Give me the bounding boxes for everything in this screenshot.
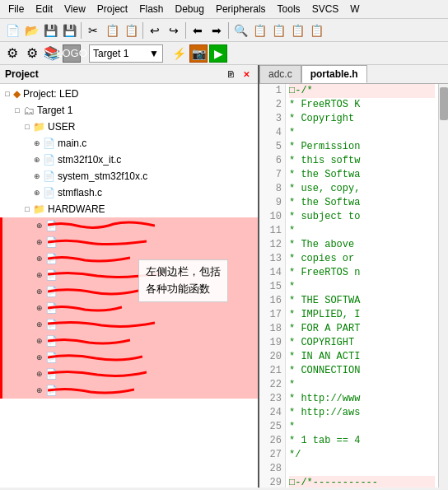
menu-bar: File Edit View Project Flash Debug Perip… — [0, 0, 448, 19]
scribble-svg — [48, 334, 130, 346]
tree-file-hw2[interactable]: ⊕ 📄 — [0, 234, 258, 250]
tab-portable[interactable]: portable.h — [301, 65, 367, 83]
menu-flash[interactable]: Flash — [134, 2, 168, 16]
tree-file-hw3[interactable]: ⊕ 📄 — [0, 250, 258, 267]
code-area[interactable]: 1234567891011121314151617181920212223242… — [259, 84, 448, 488]
expand-icon: □ — [21, 202, 33, 217]
menu-svcs[interactable]: SVCS — [307, 2, 344, 16]
scribble-svg — [48, 219, 155, 231]
panel-header-icons: 🖹 ✕ — [224, 68, 253, 81]
search-button[interactable]: 🔍 — [231, 21, 250, 40]
tree-file-hw1[interactable]: ⊕ 📄 — [0, 217, 258, 234]
scribble-svg — [48, 384, 134, 395]
scroll-thumb[interactable] — [440, 87, 448, 120]
pin-panel-button[interactable]: 🖹 — [224, 68, 237, 81]
tree-file-stmflash[interactable]: ⊕ 📄 stmflash.c — [0, 184, 258, 201]
project-icon: ◆ — [13, 86, 21, 101]
close-panel-button[interactable]: ✕ — [240, 68, 253, 81]
tree-label: system_stm32f10x.c — [58, 169, 147, 184]
scribble-svg — [48, 285, 138, 296]
expand-icon: □ — [12, 103, 23, 118]
menu-peripherals[interactable]: Peripherals — [211, 2, 271, 16]
tab-adcc[interactable]: adc.c — [259, 65, 301, 83]
expand-icon: ⊕ — [34, 366, 45, 381]
redo-button[interactable]: ↪ — [165, 21, 183, 40]
package-btn[interactable]: LOGO — [63, 44, 81, 63]
target-label: Target 1 — [93, 48, 128, 59]
tree-file-hw9[interactable]: ⊕ 📄 — [0, 349, 258, 366]
tree-project-led[interactable]: □ ◆ Project: LED — [0, 86, 258, 102]
menu-w[interactable]: W — [345, 2, 364, 16]
camera-btn[interactable]: 📷 — [189, 44, 208, 63]
menu-view[interactable]: View — [59, 2, 91, 16]
expand-icon: ⊕ — [34, 251, 45, 266]
menu-project[interactable]: Project — [92, 2, 133, 16]
tree-label: main.c — [58, 136, 86, 151]
copy-button[interactable]: 📋 — [103, 21, 121, 40]
tree-container[interactable]: □ ◆ Project: LED □ 🗂 Target 1 □ 📁 USER — [0, 84, 258, 488]
pin-button[interactable]: 📋 — [307, 21, 325, 40]
tree-label: Target 1 — [37, 103, 72, 118]
scribble-svg — [48, 301, 122, 313]
tree-file-hw10[interactable]: ⊕ 📄 — [0, 366, 258, 382]
expand-icon: ⊕ — [34, 268, 45, 282]
paste-button[interactable]: 📋 — [122, 21, 140, 40]
dropdown-arrow-icon: ▼ — [149, 48, 159, 59]
tree-user-folder[interactable]: □ 📁 USER — [0, 119, 258, 135]
code-panel: adc.c portable.h 12345678910111213141516… — [259, 65, 448, 488]
tree-file-hw11[interactable]: ⊕ 📄 — [0, 382, 258, 399]
settings-btn2[interactable]: ⚙ — [23, 44, 41, 63]
file-icon: 📄 — [43, 136, 55, 151]
scribble-svg — [48, 318, 155, 329]
scribble-svg — [48, 351, 142, 362]
tree-file-hw7[interactable]: ⊕ 📄 — [0, 316, 258, 333]
tree-file-hw6[interactable]: ⊕ 📄 — [0, 300, 258, 316]
tree-file-mainc[interactable]: ⊕ 📄 main.c — [0, 135, 258, 152]
settings-btn1[interactable]: ⚙ — [3, 44, 21, 63]
bookmark-button[interactable]: 📋 — [250, 21, 268, 40]
save-all-button[interactable]: 💾 — [60, 21, 78, 40]
tree-file-hw4[interactable]: ⊕ 📄 — [0, 267, 258, 283]
expand-icon: ⊕ — [31, 152, 43, 167]
scrollbar[interactable] — [438, 84, 448, 488]
project-panel: Project 🖹 ✕ □ ◆ Project: LED □ 🗂 Target … — [0, 65, 259, 488]
menu-debug[interactable]: Debug — [170, 2, 209, 16]
menu-edit[interactable]: Edit — [30, 2, 58, 16]
prev-button[interactable]: 📋 — [288, 21, 306, 40]
undo-button[interactable]: ↩ — [146, 21, 164, 40]
expand-icon: ⊕ — [34, 334, 45, 348]
file-icon: 📄 — [43, 169, 55, 184]
sep2 — [142, 22, 143, 39]
tree-file-stm32it[interactable]: ⊕ 📄 stm32f10x_it.c — [0, 152, 258, 168]
options-btn[interactable]: ⚡ — [170, 44, 188, 63]
expand-icon: ⊕ — [31, 185, 43, 200]
green-btn[interactable]: ▶ — [209, 44, 227, 63]
tab-bar: adc.c portable.h — [259, 65, 448, 84]
tree-label: HARDWARE — [48, 202, 105, 217]
code-lines: □-/* * FreeRTOS K * Copyright * * Permis… — [286, 84, 438, 488]
open-button[interactable]: 📂 — [22, 21, 40, 40]
back-button[interactable]: ⬅ — [189, 21, 207, 40]
tree-hardware-folder[interactable]: □ 📁 HARDWARE — [0, 201, 258, 217]
target-dropdown[interactable]: Target 1 ▼ — [89, 44, 163, 63]
forward-button[interactable]: ➡ — [208, 21, 226, 40]
expand-icon: ⊕ — [31, 169, 43, 184]
save-button[interactable]: 💾 — [41, 21, 59, 40]
tree-label: stm32f10x_it.c — [58, 152, 121, 167]
menu-file[interactable]: File — [3, 2, 29, 16]
tree-file-hw5[interactable]: ⊕ 📄 — [0, 283, 258, 300]
next-button[interactable]: 📋 — [269, 21, 287, 40]
scribble-svg — [48, 367, 147, 379]
sep4 — [228, 22, 229, 39]
panel-title: Project — [5, 68, 39, 80]
tree-file-hw8[interactable]: ⊕ 📄 — [0, 333, 258, 349]
expand-icon: ⊕ — [34, 218, 45, 233]
tree-file-system-stm32[interactable]: ⊕ 📄 system_stm32f10x.c — [0, 168, 258, 184]
cut-button[interactable]: ✂ — [84, 21, 102, 40]
expand-icon: ⊕ — [34, 350, 45, 365]
menu-tools[interactable]: Tools — [273, 2, 306, 16]
expand-icon: □ — [2, 86, 13, 101]
tree-target1[interactable]: □ 🗂 Target 1 — [0, 102, 258, 119]
expand-icon: ⊕ — [34, 317, 45, 332]
new-file-button[interactable]: 📄 — [3, 21, 21, 40]
